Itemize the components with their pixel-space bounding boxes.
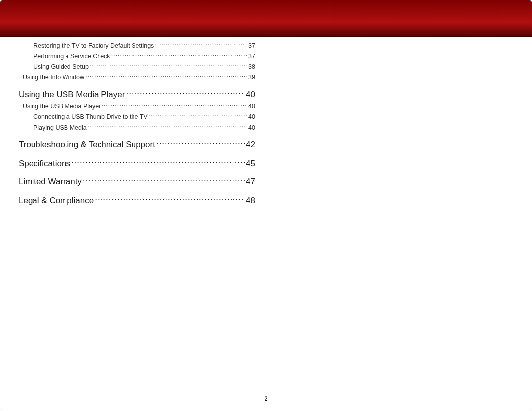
document-page: Restoring the TV to Factory Default Sett…: [0, 0, 532, 411]
toc-entry-page: 40: [246, 89, 255, 101]
toc-leader: [101, 102, 247, 108]
toc-leader: [155, 41, 247, 48]
toc-entry: Using the USB Media Player40: [19, 89, 255, 101]
header-band: [0, 0, 532, 37]
toc-entry-page: 48: [246, 195, 255, 206]
toc-entry-title: Troubleshooting & Technical Support: [19, 139, 155, 151]
toc-leader: [71, 158, 245, 166]
toc-entry-title: Performing a Service Check: [33, 52, 110, 61]
toc-entry-page: 37: [248, 52, 255, 61]
toc-entry-title: Legal & Compliance: [19, 195, 94, 206]
toc-entry: Connecting a USB Thumb Drive to the TV40: [33, 113, 255, 121]
toc-entry: Specifications45: [19, 158, 255, 170]
toc-entry-title: Playing USB Media: [33, 124, 87, 132]
toc-entry-page: 39: [248, 73, 255, 82]
toc-entry: Using Guided Setup38: [33, 63, 255, 71]
toc-leader: [95, 195, 245, 203]
table-of-contents: Restoring the TV to Factory Default Sett…: [19, 41, 255, 206]
toc-entry-title: Limited Warranty: [19, 176, 82, 188]
toc-entry: Restoring the TV to Factory Default Sett…: [33, 41, 255, 50]
toc-entry: Troubleshooting & Technical Support42: [19, 139, 255, 151]
toc-entry-page: 42: [246, 139, 255, 151]
toc-entry-page: 40: [248, 103, 255, 111]
toc-entry-page: 40: [248, 124, 255, 132]
page-number: 2: [0, 395, 532, 402]
toc-entry-title: Using the USB Media Player: [23, 103, 100, 111]
toc-entry: Performing a Service Check37: [33, 52, 255, 60]
toc-entry-page: 45: [246, 158, 255, 170]
toc-entry-page: 40: [248, 113, 255, 121]
toc-entry-page: 47: [246, 176, 255, 188]
toc-entry-title: Using Guided Setup: [33, 63, 89, 71]
toc-entry-title: Specifications: [19, 158, 70, 170]
toc-leader: [85, 73, 247, 79]
toc-leader: [149, 113, 247, 119]
toc-entry-title: Connecting a USB Thumb Drive to the TV: [33, 113, 148, 121]
toc-leader: [83, 176, 245, 184]
toc-entry-title: Using the Info Window: [23, 73, 84, 82]
toc-entry-page: 37: [248, 42, 255, 50]
toc-leader: [88, 123, 247, 130]
toc-leader: [156, 139, 245, 147]
toc-entry: Using the Info Window39: [23, 73, 255, 81]
toc-entry-title: Restoring the TV to Factory Default Sett…: [33, 42, 154, 50]
toc-entry: Limited Warranty47: [19, 176, 255, 188]
toc-leader: [90, 63, 247, 69]
toc-leader: [111, 52, 247, 58]
toc-leader: [126, 89, 245, 97]
toc-entry: Playing USB Media40: [33, 123, 255, 132]
toc-entry-page: 38: [248, 63, 255, 71]
toc-entry: Legal & Compliance48: [19, 195, 255, 206]
toc-entry: Using the USB Media Player40: [23, 102, 255, 110]
toc-entry-title: Using the USB Media Player: [19, 89, 125, 101]
